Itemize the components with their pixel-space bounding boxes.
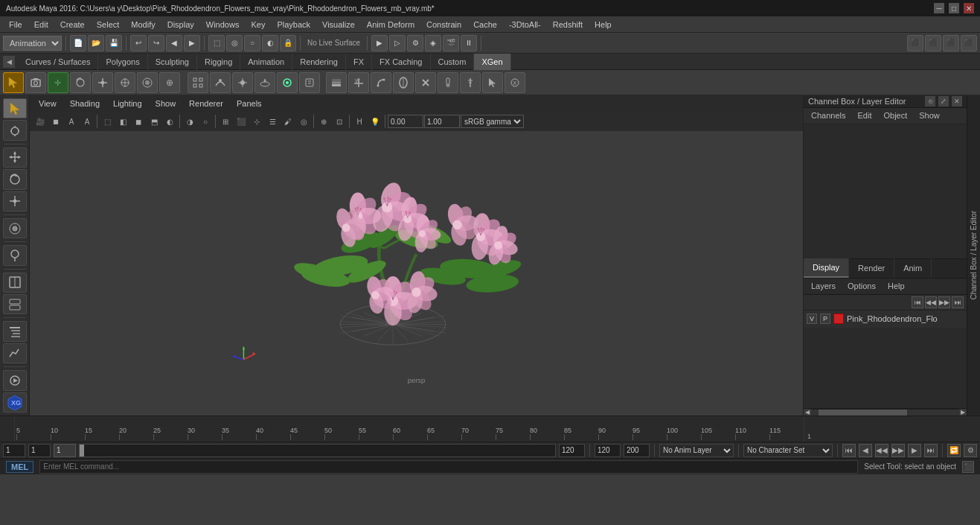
step-back-btn[interactable]: ◀ <box>859 444 872 457</box>
start-frame-input[interactable] <box>3 444 25 457</box>
camera-tool-icon[interactable] <box>25 72 46 93</box>
xgen-icon[interactable] <box>415 72 436 93</box>
rp-tab-anim[interactable]: Anim <box>894 258 932 278</box>
ui-layout-btn1[interactable]: ⬛ <box>907 35 923 51</box>
vp-smooth-btn[interactable]: ◼ <box>131 114 146 129</box>
step-fwd-btn[interactable]: ▶ <box>908 444 921 457</box>
close-button[interactable]: ✕ <box>964 3 974 13</box>
loop-btn[interactable]: 🔁 <box>947 444 961 457</box>
ipr-btn[interactable]: ▷ <box>389 35 406 51</box>
tab-sculpting[interactable]: Sculpting <box>148 54 197 70</box>
rp-scrollbar[interactable]: ◀ ▶ <box>804 408 967 416</box>
maximize-button[interactable]: □ <box>949 3 959 13</box>
layout-btn1[interactable] <box>3 273 27 293</box>
xgen-btn-left[interactable]: XG <box>3 392 27 413</box>
menu-playback[interactable]: Playback <box>271 16 316 33</box>
play-back-btn[interactable]: ◀◀ <box>875 444 888 457</box>
skin-icon[interactable] <box>393 72 414 93</box>
anim-total-input[interactable] <box>624 444 650 457</box>
vp-cam-btn2[interactable]: ⬛ <box>234 114 249 129</box>
vp-shading[interactable]: Shading <box>64 95 106 112</box>
tab-animation[interactable]: Animation <box>240 54 292 70</box>
vp-color-input[interactable] <box>388 115 423 128</box>
cb-show[interactable]: Show <box>915 107 944 124</box>
render-view-btn[interactable]: 🎬 <box>443 35 459 51</box>
vp-iso-btn[interactable]: ⊞ <box>218 114 233 129</box>
cb-channels[interactable]: Channels <box>807 107 850 124</box>
rp-arrow-next[interactable]: ▶▶ <box>938 296 950 308</box>
paint-tool[interactable] <box>3 245 27 265</box>
current-frame-input[interactable] <box>28 444 51 457</box>
tab-xgen[interactable]: XGen <box>474 54 510 70</box>
menu-edit[interactable]: Edit <box>28 16 54 33</box>
tab-fx-caching[interactable]: FX Caching <box>372 54 430 70</box>
show-manipulator-icon[interactable]: ⊕ <box>159 72 180 93</box>
tab-fx[interactable]: FX <box>346 54 372 70</box>
nav-btn1[interactable]: ◀ <box>166 35 182 51</box>
layer-visibility[interactable]: V <box>807 314 817 324</box>
layer-stack-icon[interactable] <box>326 72 347 93</box>
char-set-select[interactable]: No Character Set <box>743 444 833 457</box>
weight-icon[interactable]: W <box>348 72 369 93</box>
play-fwd-btn[interactable]: ▶▶ <box>891 444 905 457</box>
deform-icon[interactable] <box>371 72 391 93</box>
menu-key[interactable]: Key <box>245 16 271 33</box>
minimize-button[interactable]: ─ <box>934 3 944 13</box>
vp-lighting[interactable]: Lighting <box>107 95 148 112</box>
move-tool-left[interactable] <box>3 147 27 168</box>
paused-btn[interactable]: ⏸ <box>461 35 477 51</box>
xgen-small-icon[interactable]: X <box>505 72 525 93</box>
undo-btn[interactable]: ↩ <box>130 35 147 51</box>
tab-polygons[interactable]: Polygons <box>98 54 147 70</box>
rp-arrow-skip-end[interactable]: ⏭ <box>952 296 964 308</box>
menu-select[interactable]: Select <box>91 16 126 33</box>
snap-point-icon[interactable] <box>232 72 253 93</box>
make-live-icon[interactable] <box>277 72 298 93</box>
rp-arrow-skip-start[interactable]: ⏮ <box>912 296 923 308</box>
vp-aa-btn[interactable]: A <box>64 114 79 129</box>
mode-dropdown[interactable]: Animation <box>3 36 62 51</box>
soft-mod-icon[interactable] <box>137 72 158 93</box>
ui-layout-btn4[interactable]: ⬛ <box>961 35 977 51</box>
outliner-btn[interactable] <box>3 321 27 341</box>
menu-help[interactable]: Help <box>589 16 618 33</box>
rp-help[interactable]: Help <box>883 278 909 294</box>
redo-btn[interactable]: ↪ <box>148 35 164 51</box>
settings-btn[interactable]: ⚙ <box>964 444 977 457</box>
select-btn[interactable]: ⬚ <box>208 35 225 51</box>
ui-layout-btn2[interactable]: ⬛ <box>925 35 941 51</box>
tab-curves-surfaces[interactable]: Curves / Surfaces <box>18 54 98 70</box>
vp-pfx-btn[interactable]: 🖌 <box>281 114 295 129</box>
snap-grid-icon[interactable] <box>188 72 208 93</box>
vp-view[interactable]: View <box>33 95 63 112</box>
rp-options[interactable]: Options <box>843 278 880 294</box>
anim-layer-select[interactable]: No Anim Layer <box>659 444 734 457</box>
ui-layout-btn3[interactable]: ⬛ <box>943 35 959 51</box>
arrow-cursor-icon[interactable] <box>482 72 503 93</box>
quick-select-btn[interactable]: ◐ <box>262 35 278 51</box>
layout-btn2[interactable] <box>3 294 27 314</box>
nav-btn2[interactable]: ▶ <box>184 35 200 51</box>
render-settings-btn[interactable]: ⚙ <box>407 35 423 51</box>
vp-aa2-btn[interactable]: A <box>80 114 95 129</box>
vp-xray-btn[interactable]: ◎ <box>296 114 311 129</box>
select-tool-icon[interactable] <box>3 72 24 93</box>
panel-float-btn[interactable]: ⎋ <box>925 96 935 106</box>
cb-object[interactable]: Object <box>879 107 912 124</box>
vp-renderer[interactable]: Renderer <box>183 95 229 112</box>
rotate-tool-icon[interactable] <box>70 72 91 93</box>
menu-visualize[interactable]: Visualize <box>316 16 361 33</box>
menu-3dtoall[interactable]: -3DtoAll- <box>503 16 547 33</box>
skip-end-btn[interactable]: ⏭ <box>924 444 938 457</box>
save-file-btn[interactable]: 💾 <box>106 35 122 51</box>
vp-manip-btn[interactable]: ⊕ <box>316 114 331 129</box>
graph-editor-btn[interactable] <box>3 343 27 363</box>
scale-tool-icon[interactable] <box>92 72 113 93</box>
timeline-slider[interactable] <box>79 444 556 457</box>
rotate-tool-left[interactable] <box>3 169 27 189</box>
rp-tab-render[interactable]: Render <box>849 258 894 278</box>
menu-redshift[interactable]: Redshift <box>547 16 589 33</box>
vp-texture-btn[interactable]: ⬒ <box>147 114 161 129</box>
vp-light-btn[interactable]: ◐ <box>162 114 177 129</box>
vp-colorspace-select[interactable]: sRGB gamma <box>461 115 524 128</box>
